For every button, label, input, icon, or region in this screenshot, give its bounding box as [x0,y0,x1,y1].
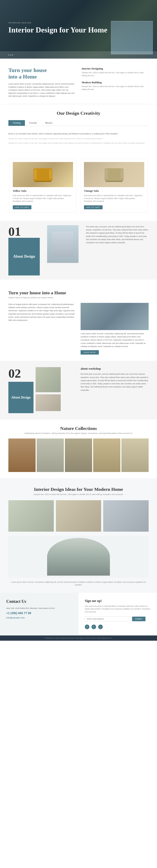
hero-title: Interior Design for Your Home [8,26,107,34]
about-design-1-section: 01 About Design The event was a success,… [0,221,157,280]
nature-item-1 [8,438,36,472]
turn-house-2-grid: Odio eu feugiat pretium nibh ipsum conse… [8,303,149,354]
hero-label: INTERIOR DESIGN [8,22,107,24]
contact-right: Sign me up! Duis aute irure dolor in rep… [78,593,157,636]
interior-designing-title: Interior Designing [82,67,149,70]
turn-house-body: Lorem ipsum dolor sit amet, consectetur … [8,83,75,97]
vintage-sofa-image [84,162,144,187]
yellow-sofa-title: Yellow Sofa [13,189,73,192]
design-creativity-section: Our Design Creativity Trending Founder M… [0,104,157,154]
interior-ideas-heading: Interior Design Ideas for Your Modern Ho… [8,487,149,492]
hero-bottom-bar: ● ● ● [0,51,157,59]
email-signup-row: SUBMIT [85,616,151,621]
nature-item-2 [37,438,64,472]
interior-designing-block: Interior Designing Sample text. Click to… [82,67,149,77]
facebook-icon[interactable]: f [85,625,89,629]
signup-body: Duis aute irure dolor in reprehenderit i… [85,605,151,614]
contact-heading: Contact Us [6,599,72,604]
interior-idea-img-1 [8,500,54,532]
about-1-text: The event was a success, and we realized… [83,225,149,275]
about-1-right-image [47,225,78,263]
design-creativity-heading: Our Design Creativity [8,111,149,116]
about-1-box: About Design [8,238,40,275]
submit-button[interactable]: SUBMIT [132,617,146,621]
nature-heading: Nature Collections [8,426,149,431]
design-creativity-tabs: Trending Founder Mission [8,120,149,126]
yellow-sofa-image [13,162,73,187]
table-decor-section [8,536,149,578]
yellow-sofa-desc: Duis aute irure dolor in reprehenderit i… [13,194,73,203]
nature-item-5 [121,438,149,472]
vintage-sofa-title: Vintage Sofa [84,189,144,192]
chair-image [81,303,149,330]
about-2-right: about workshop the event was a success, … [76,367,149,413]
vintage-sofa-add-btn[interactable]: ADD TO CART [84,205,102,209]
interior-idea-img-3 [103,500,149,532]
about-2-box: About Design [8,382,33,413]
turn-house-2-subtitle: Modern Décor to help you achieve your dr… [8,297,149,299]
turn-house-2-section: Turn your house into a Home Modern Décor… [0,284,157,361]
contact-address-block: New York, 4140 Parker Rd. Allentown, New… [6,607,72,610]
about-design-2-section: 02 About Design about workshop the event… [0,361,157,420]
signup-heading: Sign me up! [85,599,151,603]
tab-content-area: Brave is an innovative web solution, whi… [8,130,149,148]
turn-house-2-heading: Turn your house into a Home [8,290,149,296]
turn-house-2-left-body: Odio eu feugiat pretium nibh ipsum conse… [8,303,76,322]
tab-mission[interactable]: Mission [41,120,57,126]
interior-ideas-subtitle: Sample text. Click to select the text bo… [8,493,149,496]
table-decor [47,538,110,576]
about-1-box-title: About Design [13,254,35,259]
turn-house-2-right-body: Lorem ipsum dolor sit amet, consectetur … [81,332,149,348]
interior-ideas-grid [8,500,149,532]
about-2-left: 02 About Design [8,367,76,413]
tab-trending[interactable]: Trending [8,120,25,126]
modern-building-text: Sample text. Click to select the text bo… [82,85,149,91]
turn-house-2-right: Lorem ipsum dolor sit amet, consectetur … [81,303,149,354]
about-2-box-title: About Design [11,395,31,400]
hero-section: INTERIOR DESIGN Interior Design for Your… [0,0,157,59]
yellow-sofa-add-btn[interactable]: ADD TO CART [13,205,31,209]
instagram-icon[interactable]: ○ [98,625,103,629]
about-2-img-col [36,367,61,413]
vintage-sofa-desc: Duis aute irure dolor in reprehenderit i… [84,194,144,203]
nature-subtitle: Celebrating nature's formations. Taking … [8,432,149,434]
nature-collections-section: Nature Collections Celebrating nature's … [0,420,157,478]
contact-phone: +1 (386) 666 77 89 [6,611,72,615]
sofa-section: Yellow Sofa Duis aute irure dolor in rep… [0,154,157,217]
turn-house-heading: Turn your house into a Home [8,67,75,80]
footer: Sample text. Click to select the text bo… [0,636,157,641]
turn-house-left: Turn your house into a Home Lorem ipsum … [8,67,75,97]
tab-founder[interactable]: Founder [25,120,41,126]
hero-bar-label: ● ● ● [8,54,13,56]
vintage-sofa-item: Vintage Sofa Duis aute irure dolor in re… [81,159,148,213]
turn-house-section: Turn your house into a Home Lorem ipsum … [0,59,157,104]
about-1-number: 01 [8,225,21,238]
footer-text: Sample text. Click to select the text bo… [8,637,149,639]
social-icons-row: f t ○ [85,625,151,629]
interior-ideas-body: Lorem ipsum dolor sit amet, consectetur … [8,581,149,587]
contact-address: New York, 4140 Parker Rd. Allentown, New… [6,607,72,610]
contact-section: Contact Us New York, 4140 Parker Rd. All… [0,593,157,636]
about-2-workshop-title: about workshop [81,367,149,370]
email-signup-input[interactable] [85,616,131,621]
about-2-img-top [36,367,61,392]
contact-email: info@sample.com [6,616,72,619]
turn-house-right: Interior Designing Sample text. Click to… [82,67,149,97]
tab-sample-2: Sample text. Click to select it, then cl… [8,142,149,145]
about-2-number: 02 [8,367,33,380]
interior-idea-img-2 [56,500,101,532]
contact-left: Contact Us New York, 4140 Parker Rd. All… [0,593,78,636]
modern-building-block: Modern Building Sample text. Click to se… [82,81,149,91]
about-2-number-col: 02 About Design [8,367,33,413]
twitter-icon[interactable]: t [92,625,96,629]
tab-content-heading: Brave is an innovative web solution, whi… [8,132,149,135]
yellow-sofa-item: Yellow Sofa Duis aute irure dolor in rep… [9,159,76,213]
read-more-button[interactable]: READ MORE [81,350,99,354]
interior-ideas-section: Interior Design Ideas for Your Modern Ho… [0,478,157,593]
interior-designing-text: Sample text. Click to select the text bo… [82,71,149,77]
nature-item-3 [65,438,92,472]
turn-house-2-left: Odio eu feugiat pretium nibh ipsum conse… [8,303,76,354]
about-1-body: The event was a success, and we realized… [86,225,149,245]
about-2-body: the event was a success, and we realized… [81,373,149,392]
nature-grid [8,438,149,472]
